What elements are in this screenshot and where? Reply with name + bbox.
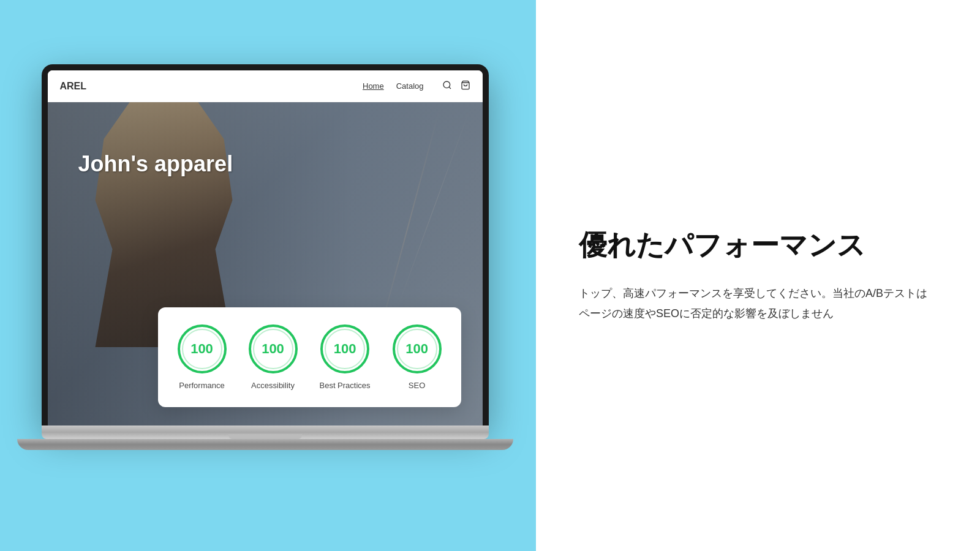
- score-label-accessibility: Accessibility: [251, 381, 295, 390]
- nav-icons: [442, 80, 470, 92]
- score-item-seo: 100 SEO: [393, 324, 442, 390]
- nav-link-home[interactable]: Home: [363, 81, 384, 91]
- laptop-bottom-bar: [17, 439, 513, 450]
- score-item-best-practices: 100 Best Practices: [320, 324, 371, 390]
- score-circle-best-practices: 100: [320, 324, 369, 373]
- score-circle-performance: 100: [178, 324, 227, 373]
- laptop-screen: AREL Home Catalog: [48, 70, 483, 425]
- svg-point-0: [443, 81, 450, 88]
- nav-logo: AREL: [60, 81, 87, 92]
- right-heading: 優れたパフォーマンス: [579, 227, 937, 264]
- score-card: 100 Performance 100 Accessibility: [158, 307, 461, 407]
- laptop-base: [42, 425, 489, 439]
- score-circle-seo: 100: [393, 324, 442, 373]
- hero-section: John's apparel 100 Performance 100: [48, 102, 483, 425]
- score-item-performance: 100 Performance: [178, 324, 227, 390]
- nav-bar: AREL Home Catalog: [48, 70, 483, 102]
- search-icon[interactable]: [442, 80, 452, 92]
- score-value-seo: 100: [405, 341, 428, 357]
- laptop-screen-outer: AREL Home Catalog: [42, 64, 489, 425]
- score-item-accessibility: 100 Accessibility: [249, 324, 298, 390]
- score-label-performance: Performance: [179, 381, 224, 390]
- score-label-seo: SEO: [409, 381, 425, 390]
- laptop-mockup: AREL Home Catalog: [42, 64, 495, 450]
- score-label-best-practices: Best Practices: [320, 381, 371, 390]
- svg-line-1: [449, 87, 451, 89]
- nav-links: Home Catalog: [363, 81, 424, 91]
- left-panel: AREL Home Catalog: [0, 0, 536, 551]
- score-value-performance: 100: [190, 341, 213, 357]
- right-panel: 優れたパフォーマンス トップ、高速パフォーマンスを享受してください。当社のA/B…: [536, 0, 980, 551]
- score-value-best-practices: 100: [334, 341, 356, 357]
- right-body: トップ、高速パフォーマンスを享受してください。当社のA/Bテストはページの速度や…: [579, 283, 937, 324]
- score-value-accessibility: 100: [262, 341, 284, 357]
- nav-link-catalog[interactable]: Catalog: [396, 81, 424, 91]
- hero-title: John's apparel: [78, 151, 233, 177]
- cart-icon[interactable]: [461, 80, 470, 92]
- score-circle-accessibility: 100: [249, 324, 298, 373]
